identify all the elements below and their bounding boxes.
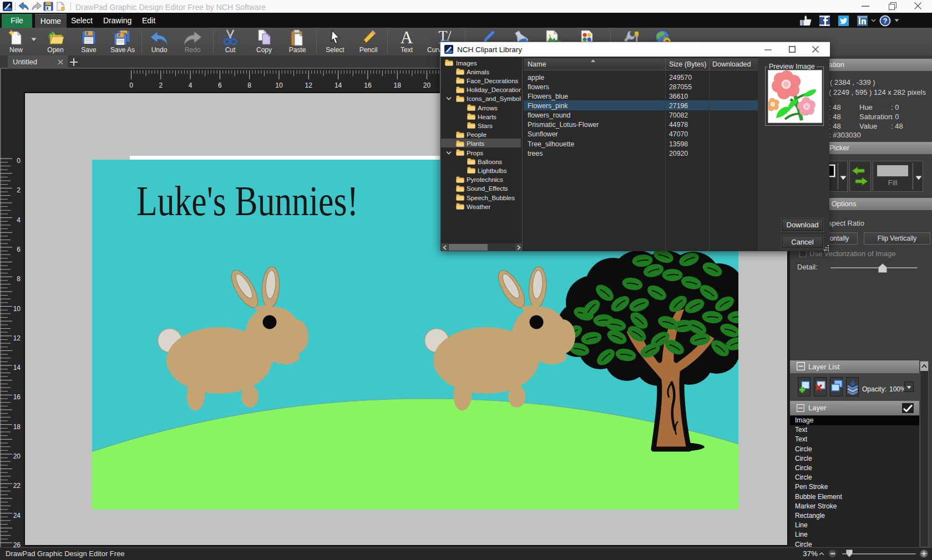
svg-text:12: 12 [13, 334, 21, 342]
svg-text:16: 16 [364, 82, 372, 89]
svg-text:0: 0 [129, 82, 133, 89]
svg-text:2: 2 [159, 82, 163, 89]
svg-text:26: 26 [13, 541, 21, 547]
svg-text:Luke's Bunnies!: Luke's Bunnies! [136, 177, 358, 224]
svg-text:8: 8 [17, 275, 21, 283]
svg-text:6: 6 [17, 246, 21, 253]
svg-text:18: 18 [394, 82, 402, 89]
svg-text:10: 10 [13, 305, 21, 313]
svg-text:12: 12 [305, 82, 313, 89]
svg-text:24: 24 [13, 512, 21, 520]
svg-text:4: 4 [189, 82, 193, 89]
svg-text:0: 0 [17, 157, 21, 165]
svg-text:14: 14 [13, 364, 21, 371]
svg-text:2: 2 [17, 186, 21, 194]
svg-text:18: 18 [13, 423, 21, 431]
svg-text:?: ? [883, 17, 888, 25]
svg-text:14: 14 [335, 82, 342, 89]
svg-text:22: 22 [13, 482, 21, 490]
svg-text:4: 4 [17, 216, 21, 224]
svg-text:8: 8 [247, 82, 251, 89]
svg-text:6: 6 [218, 82, 222, 89]
svg-text:16: 16 [13, 393, 21, 401]
svg-text:10: 10 [275, 82, 283, 89]
svg-text:20: 20 [423, 82, 431, 89]
svg-text:20: 20 [13, 452, 21, 460]
